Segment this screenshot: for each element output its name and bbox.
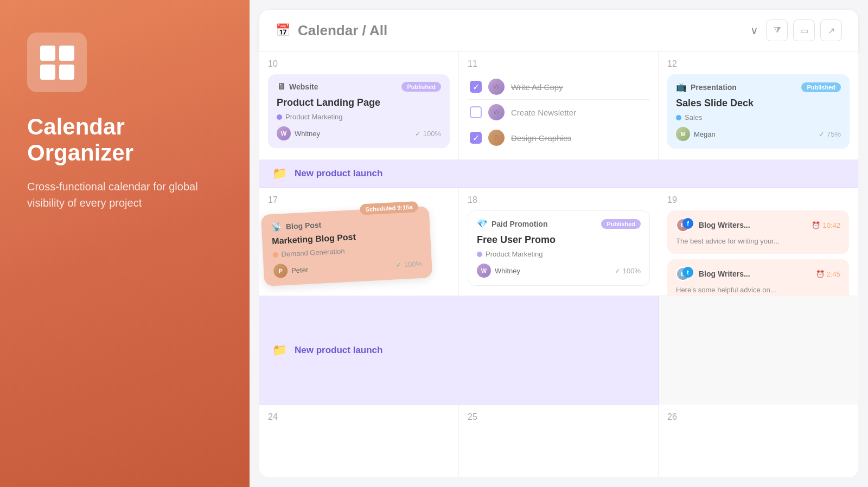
sidebar-title: Calendar Organizer bbox=[27, 114, 222, 166]
export-icon: ↗ bbox=[828, 25, 835, 36]
promo-progress: ✓ 100% bbox=[615, 267, 641, 275]
cal-cell-10: 10 🖥 Website Published Product Landing P… bbox=[259, 52, 459, 160]
social-text-fb: The best advice for writing your... bbox=[676, 236, 840, 246]
blog-icon: 📡 bbox=[271, 221, 282, 232]
cal-cell-18: 18 💎 Paid Promotion Published Free User … bbox=[459, 188, 659, 296]
calendar-icon: 📅 bbox=[276, 23, 290, 37]
checklist-item-2[interactable]: W Create Newsletter bbox=[468, 100, 649, 125]
monitor-button[interactable]: ▭ bbox=[793, 20, 815, 41]
day-12-num: 12 bbox=[667, 59, 850, 69]
banner-new-product-2: 📁 New product launch bbox=[259, 296, 659, 405]
assignee-whitney2: Whitney bbox=[495, 267, 520, 275]
avatar-whitney2: W bbox=[477, 264, 491, 278]
avatar-megan: M bbox=[676, 127, 690, 141]
banner-text-2: New product launch bbox=[295, 345, 382, 356]
day-18-num: 18 bbox=[468, 195, 650, 205]
presentation-icon: 📺 bbox=[676, 82, 687, 92]
card-tag-promo: Product Marketing bbox=[477, 250, 641, 258]
progress-text: ✓ 100% bbox=[415, 130, 441, 138]
day-11-num: 11 bbox=[468, 59, 649, 69]
clock-icon-2: ⏰ bbox=[816, 270, 825, 278]
tag-label: Product Marketing bbox=[285, 113, 343, 121]
check-avatar-2: W bbox=[488, 104, 505, 120]
card-tag-demand: Demand Generation bbox=[272, 243, 421, 259]
assignee-peter: Peter bbox=[291, 265, 309, 274]
checkbox-2[interactable] bbox=[470, 106, 482, 118]
card-title-promo: Free User Promo bbox=[477, 234, 641, 246]
monitor-icon: ▭ bbox=[800, 25, 808, 36]
social-text-tw: Here's some helpful advice on... bbox=[676, 285, 840, 295]
tag-dot-blue bbox=[676, 115, 681, 120]
clock-icon: ⏰ bbox=[812, 221, 820, 229]
checklist-label-3: Design Graphics bbox=[511, 133, 571, 143]
paid-published-badge: Published bbox=[601, 219, 641, 229]
social-avatars-fb: B f bbox=[676, 218, 693, 232]
card-footer-megan: M Megan bbox=[676, 127, 716, 141]
card-footer-avatar: W Whitney bbox=[277, 126, 320, 140]
social-card-facebook[interactable]: B f Blog Writers... ⏰ 10:42 The best adv… bbox=[667, 210, 849, 254]
chevron-down-icon[interactable]: ∨ bbox=[750, 24, 758, 37]
filter-button[interactable]: ⧩ bbox=[766, 20, 788, 41]
tag-dot bbox=[277, 114, 282, 120]
twitter-icon: t bbox=[682, 267, 693, 278]
presentation-card[interactable]: 📺 Presentation Published Sales Slide Dec… bbox=[667, 74, 850, 149]
checklist-label-1: Write Ad Copy bbox=[511, 82, 563, 92]
card-type-presentation: 📺 Presentation bbox=[676, 82, 737, 92]
assignee-megan: Megan bbox=[694, 130, 716, 138]
checkbox-1[interactable]: ✓ bbox=[470, 81, 482, 93]
day-19-num: 19 bbox=[667, 195, 849, 205]
checklist-item-3[interactable]: ✓ P Design Graphics bbox=[468, 125, 649, 150]
card-footer-whitney2: W Whitney bbox=[477, 264, 520, 278]
website-icon: 🖥 bbox=[277, 82, 285, 92]
checklist-item-1[interactable]: ✓ W Write Ad Copy bbox=[468, 74, 649, 100]
filter-icon: ⧩ bbox=[774, 25, 781, 35]
social-avatars-tw: B t bbox=[676, 267, 693, 281]
progress-75: ✓ 75% bbox=[819, 130, 841, 138]
day-24-num: 24 bbox=[268, 412, 450, 422]
checklist-11: ✓ W Write Ad Copy W Create Newsletter ✓ … bbox=[468, 74, 649, 150]
card-title-sales: Sales Slide Deck bbox=[676, 98, 841, 109]
card-title-product: Product Landing Page bbox=[277, 97, 441, 108]
tag-dot-lavender bbox=[477, 252, 482, 257]
checklist-label-2: Create Newsletter bbox=[511, 108, 576, 117]
check-avatar-1: W bbox=[488, 79, 505, 95]
cal-cell-17: 17 Scheduled 9:15a 📡 Blog Post Marketing… bbox=[259, 188, 459, 296]
cal-cell-11: 11 ✓ W Write Ad Copy W Create Newsletter… bbox=[459, 52, 659, 160]
avatar-peter: P bbox=[273, 264, 288, 278]
main-content: 📅 Calendar / All ∨ ⧩ ▭ ↗ 10 🖥 W bbox=[250, 0, 868, 487]
social-time-fb: ⏰ 10:42 bbox=[812, 221, 840, 229]
banner-folder-icon: 📁 bbox=[272, 166, 287, 181]
card-type-label: Website bbox=[289, 82, 318, 91]
calendar-grid: 10 🖥 Website Published Product Landing P… bbox=[259, 51, 858, 477]
checkbox-3[interactable]: ✓ bbox=[470, 132, 482, 144]
blog-post-card[interactable]: Scheduled 9:15a 📡 Blog Post Marketing Bl… bbox=[261, 206, 432, 286]
banner-new-product-1: 📁 New product launch bbox=[259, 160, 858, 188]
website-card[interactable]: 🖥 Website Published Product Landing Page… bbox=[268, 74, 450, 148]
day-17-num: 17 bbox=[268, 195, 450, 205]
assignee-name: Whitney bbox=[295, 130, 320, 138]
banner-text-1: New product launch bbox=[295, 168, 382, 179]
topbar-title: Calendar / All bbox=[298, 22, 743, 39]
tag-dot-orange bbox=[272, 252, 278, 258]
blog-progress: ✓ 100% bbox=[396, 259, 423, 268]
card-tag-product-marketing: Product Marketing bbox=[277, 113, 441, 121]
blog-card-wrapper: Scheduled 9:15a 📡 Blog Post Marketing Bl… bbox=[268, 210, 450, 297]
paid-promotion-card[interactable]: 💎 Paid Promotion Published Free User Pro… bbox=[468, 210, 650, 286]
published-badge-blue: Published bbox=[801, 82, 841, 92]
scheduled-badge: Scheduled 9:15a bbox=[360, 201, 418, 215]
export-button[interactable]: ↗ bbox=[820, 20, 842, 41]
sidebar: Calendar Organizer Cross-functional cale… bbox=[0, 0, 250, 487]
cal-cell-24: 24 bbox=[259, 405, 459, 477]
tag-label-sales: Sales bbox=[685, 113, 703, 121]
cal-cell-25: 25 bbox=[459, 405, 659, 477]
cal-cell-12: 12 📺 Presentation Published Sales Slide … bbox=[659, 52, 858, 160]
logo-grid bbox=[40, 46, 74, 80]
social-name-fb: Blog Writers... bbox=[699, 221, 806, 229]
card-tag-sales: Sales bbox=[676, 113, 841, 121]
card-type-website: 🖥 Website bbox=[277, 82, 318, 92]
card-type-label-pres: Presentation bbox=[691, 83, 737, 92]
paid-icon: 💎 bbox=[477, 219, 488, 229]
topbar: 📅 Calendar / All ∨ ⧩ ▭ ↗ bbox=[259, 10, 858, 51]
social-name-tw: Blog Writers... bbox=[699, 270, 810, 278]
card-type-label-paid: Paid Promotion bbox=[492, 220, 547, 228]
